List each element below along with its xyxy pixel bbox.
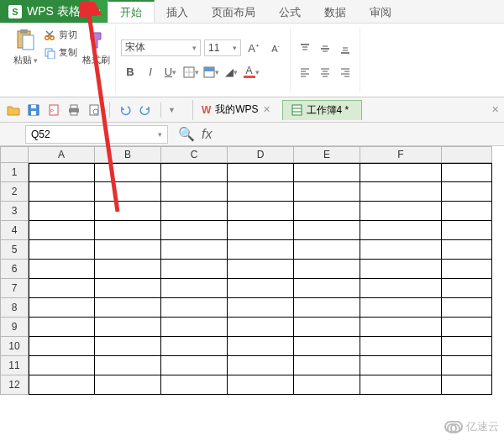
cell[interactable]: [161, 375, 228, 395]
tab-formula[interactable]: 公式: [267, 0, 312, 23]
col-header[interactable]: [442, 146, 492, 163]
tab-home[interactable]: 开始: [108, 0, 155, 23]
cell[interactable]: [29, 260, 95, 279]
tab-data[interactable]: 数据: [312, 0, 358, 23]
cell[interactable]: [95, 337, 161, 356]
italic-button[interactable]: I: [141, 63, 160, 81]
cell[interactable]: [442, 182, 492, 202]
cell[interactable]: [29, 202, 95, 221]
row-header[interactable]: 12: [0, 375, 29, 395]
row-header[interactable]: 4: [0, 221, 29, 240]
cell[interactable]: [161, 298, 228, 318]
export-pdf-button[interactable]: P: [45, 102, 62, 118]
col-header[interactable]: F: [360, 146, 442, 163]
cell[interactable]: [442, 337, 492, 356]
cell[interactable]: [442, 202, 492, 221]
cell[interactable]: [294, 356, 360, 375]
app-menu-button[interactable]: S WPS 表格: [0, 0, 89, 23]
cell[interactable]: [29, 163, 95, 182]
cell[interactable]: [442, 240, 492, 260]
cell[interactable]: [161, 182, 228, 202]
tab-insert[interactable]: 插入: [155, 0, 200, 23]
row-header[interactable]: 1: [0, 163, 29, 182]
cell[interactable]: [161, 260, 228, 279]
cell[interactable]: [442, 356, 492, 375]
cell[interactable]: [360, 221, 442, 240]
cut-button[interactable]: 剪切: [44, 29, 77, 41]
col-header[interactable]: A: [29, 146, 95, 163]
cell[interactable]: [29, 298, 95, 318]
select-all-corner[interactable]: [0, 146, 29, 163]
print-button[interactable]: [66, 102, 82, 118]
row-header[interactable]: 11: [0, 356, 29, 375]
row-header[interactable]: 9: [0, 318, 29, 337]
cell[interactable]: [95, 221, 161, 240]
cell[interactable]: [161, 163, 228, 182]
cell[interactable]: [360, 182, 442, 202]
font-size-combo[interactable]: 11▾: [204, 39, 241, 56]
cell[interactable]: [228, 356, 294, 375]
row-header[interactable]: 8: [0, 298, 29, 318]
tab-page-layout[interactable]: 页面布局: [200, 0, 267, 23]
font-family-combo[interactable]: 宋体▾: [121, 39, 201, 56]
col-header[interactable]: C: [161, 146, 228, 163]
cell[interactable]: [294, 240, 360, 260]
cell[interactable]: [29, 337, 95, 356]
cell[interactable]: [228, 182, 294, 202]
cell[interactable]: [29, 240, 95, 260]
cell[interactable]: [228, 318, 294, 337]
cell[interactable]: [29, 375, 95, 395]
cell[interactable]: [29, 182, 95, 202]
copy-button[interactable]: 复制: [44, 46, 77, 59]
cell[interactable]: [360, 260, 442, 279]
cell[interactable]: [228, 163, 294, 182]
cell[interactable]: [161, 279, 228, 298]
cell[interactable]: [294, 182, 360, 202]
cell[interactable]: [294, 221, 360, 240]
name-box[interactable]: Q52 ▾: [25, 125, 168, 144]
cell[interactable]: [228, 260, 294, 279]
cell[interactable]: [442, 375, 492, 395]
format-painter-button[interactable]: 格式刷: [82, 29, 110, 92]
save-button[interactable]: [25, 102, 42, 118]
cell[interactable]: [442, 279, 492, 298]
cell[interactable]: [294, 337, 360, 356]
cell[interactable]: [29, 221, 95, 240]
bold-button[interactable]: B: [121, 63, 139, 81]
spreadsheet-grid[interactable]: A B C D E F 123456789101112: [0, 146, 504, 395]
tab-review[interactable]: 审阅: [358, 0, 403, 23]
cell[interactable]: [228, 375, 294, 395]
align-center-button[interactable]: [316, 63, 334, 81]
cell[interactable]: [161, 318, 228, 337]
redo-button[interactable]: [137, 102, 154, 118]
align-right-button[interactable]: [336, 63, 354, 81]
qat-customize-button[interactable]: ▼: [168, 106, 176, 114]
col-header[interactable]: B: [95, 146, 161, 163]
cell[interactable]: [294, 163, 360, 182]
borders-button[interactable]: ▾: [181, 63, 200, 81]
doc-tab-mywps[interactable]: W 我的WPS ✕: [192, 100, 279, 120]
align-middle-button[interactable]: [316, 39, 334, 58]
cell[interactable]: [29, 356, 95, 375]
fill-color-button[interactable]: ◢▾: [222, 63, 240, 81]
cell[interactable]: [95, 279, 161, 298]
undo-button[interactable]: [117, 102, 134, 118]
cell[interactable]: [95, 356, 161, 375]
paste-button[interactable]: 粘贴▾: [12, 29, 39, 92]
align-top-button[interactable]: [296, 39, 314, 58]
cell[interactable]: [29, 279, 95, 298]
cell[interactable]: [95, 375, 161, 395]
cell[interactable]: [442, 318, 492, 337]
cell[interactable]: [294, 202, 360, 221]
cell[interactable]: [161, 240, 228, 260]
cell[interactable]: [95, 298, 161, 318]
app-menu-dropdown[interactable]: ▼: [89, 0, 108, 23]
close-icon[interactable]: ✕: [263, 104, 270, 115]
cell[interactable]: [95, 182, 161, 202]
cell[interactable]: [360, 375, 442, 395]
cell[interactable]: [294, 279, 360, 298]
search-icon[interactable]: 🔍: [178, 126, 195, 142]
tab-close-button[interactable]: ✕: [491, 104, 499, 115]
cell[interactable]: [294, 375, 360, 395]
cell[interactable]: [228, 240, 294, 260]
